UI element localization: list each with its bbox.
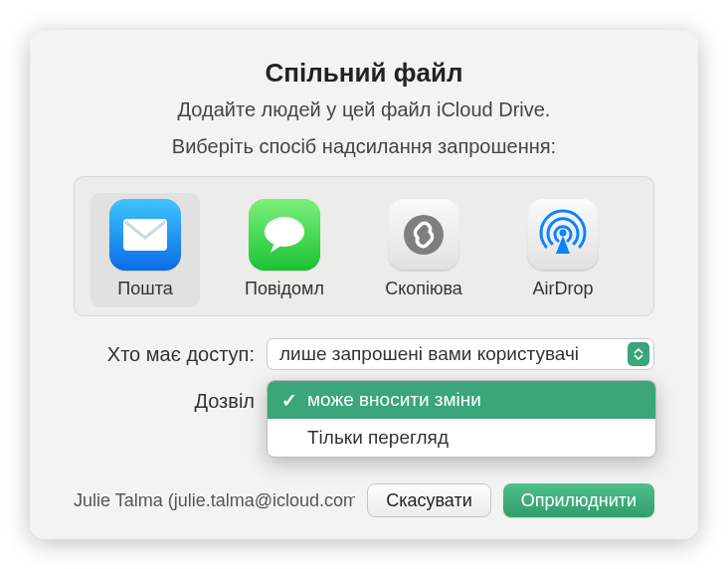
- access-value: лише запрошені вами користувачі: [279, 343, 579, 365]
- airdrop-icon: [527, 199, 599, 271]
- access-row: Хто має доступ: лише запрошені вами кори…: [74, 338, 654, 370]
- method-messages[interactable]: Повідомл: [230, 193, 339, 307]
- svg-point-3: [560, 230, 567, 237]
- choose-method-label: Виберіть спосіб надсилання запрошення:: [30, 135, 698, 158]
- page-title: Спільний файл: [30, 58, 698, 89]
- method-copy-link[interactable]: Скопіюва: [369, 193, 478, 307]
- chevron-updown-icon: [628, 342, 649, 366]
- subtitle: Додайте людей у цей файл iCloud Drive.: [30, 98, 698, 121]
- method-messages-label: Повідомл: [230, 279, 339, 299]
- messages-icon: [249, 199, 320, 271]
- permission-option-view[interactable]: Тільки перегляд: [268, 419, 655, 457]
- mail-icon: [109, 199, 181, 271]
- cancel-button[interactable]: Скасувати: [367, 483, 491, 517]
- method-airdrop-label: AirDrop: [508, 279, 618, 299]
- method-picker: Пошта Повідомл Скопіюва: [74, 176, 654, 316]
- footer: Julie Talma (julie.talma@icloud.com) Ска…: [74, 483, 654, 517]
- access-popup[interactable]: лише запрошені вами користувачі: [267, 338, 654, 370]
- current-user: Julie Talma (julie.talma@icloud.com): [74, 490, 355, 511]
- share-button[interactable]: Оприлюднити: [503, 483, 654, 517]
- permission-label: Дозвіл: [74, 386, 267, 413]
- access-label: Хто має доступ:: [74, 343, 267, 366]
- method-mail-label: Пошта: [91, 279, 200, 299]
- method-mail[interactable]: Пошта: [91, 193, 200, 307]
- svg-point-1: [265, 217, 304, 247]
- share-sheet: Спільний файл Додайте людей у цей файл i…: [30, 30, 698, 539]
- method-airdrop[interactable]: AirDrop: [508, 193, 618, 307]
- permission-row: Дозвіл може вносити зміни Тільки перегля…: [74, 386, 654, 416]
- link-icon: [388, 199, 459, 271]
- svg-point-2: [404, 215, 444, 255]
- permission-option-edit[interactable]: може вносити зміни: [268, 381, 655, 419]
- method-copylink-label: Скопіюва: [369, 279, 478, 299]
- permission-dropdown[interactable]: може вносити зміни Тільки перегляд: [267, 380, 656, 458]
